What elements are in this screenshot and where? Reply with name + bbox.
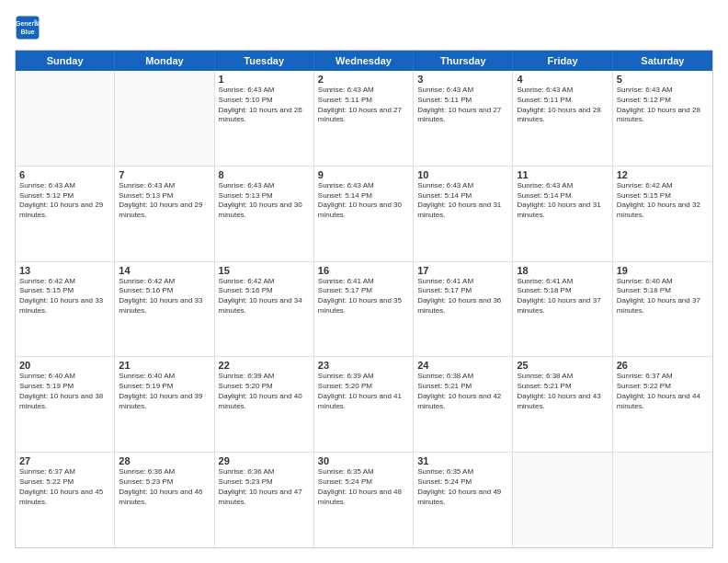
day-cell-22: 22Sunrise: 6:39 AM Sunset: 5:20 PM Dayli… — [215, 357, 314, 452]
day-cell-4: 4Sunrise: 6:43 AM Sunset: 5:11 PM Daylig… — [513, 71, 612, 166]
day-cell-15: 15Sunrise: 6:42 AM Sunset: 5:16 PM Dayli… — [215, 262, 314, 357]
day-info: Sunrise: 6:43 AM Sunset: 5:12 PM Dayligh… — [19, 181, 110, 221]
day-info: Sunrise: 6:37 AM Sunset: 5:22 PM Dayligh… — [19, 467, 110, 507]
day-number: 7 — [119, 169, 210, 180]
header-day-monday: Monday — [115, 51, 214, 71]
day-cell-10: 10Sunrise: 6:43 AM Sunset: 5:14 PM Dayli… — [414, 167, 513, 261]
week-row-4: 27Sunrise: 6:37 AM Sunset: 5:22 PM Dayli… — [16, 453, 712, 547]
day-info: Sunrise: 6:36 AM Sunset: 5:23 PM Dayligh… — [219, 467, 310, 507]
day-number: 9 — [318, 169, 409, 180]
day-cell-1: 1Sunrise: 6:43 AM Sunset: 5:10 PM Daylig… — [215, 71, 314, 166]
day-number: 29 — [219, 455, 310, 466]
day-info: Sunrise: 6:41 AM Sunset: 5:18 PM Dayligh… — [517, 277, 608, 316]
day-number: 25 — [517, 360, 608, 371]
day-cell-3: 3Sunrise: 6:43 AM Sunset: 5:11 PM Daylig… — [414, 71, 513, 166]
day-number: 20 — [19, 360, 110, 371]
day-info: Sunrise: 6:43 AM Sunset: 5:11 PM Dayligh… — [417, 86, 508, 125]
day-number: 17 — [417, 265, 508, 276]
day-cell-31: 31Sunrise: 6:35 AM Sunset: 5:24 PM Dayli… — [414, 453, 513, 547]
day-info: Sunrise: 6:39 AM Sunset: 5:20 PM Dayligh… — [219, 372, 310, 411]
day-number: 8 — [219, 169, 310, 180]
day-info: Sunrise: 6:43 AM Sunset: 5:14 PM Dayligh… — [517, 181, 608, 221]
day-number: 1 — [219, 74, 310, 85]
day-number: 11 — [517, 169, 608, 180]
day-info: Sunrise: 6:43 AM Sunset: 5:13 PM Dayligh… — [219, 181, 310, 221]
day-number: 30 — [318, 455, 409, 466]
day-number: 12 — [617, 169, 709, 180]
day-info: Sunrise: 6:43 AM Sunset: 5:14 PM Dayligh… — [318, 181, 409, 221]
day-cell-2: 2Sunrise: 6:43 AM Sunset: 5:11 PM Daylig… — [314, 71, 414, 166]
day-cell-9: 9Sunrise: 6:43 AM Sunset: 5:14 PM Daylig… — [314, 167, 414, 261]
day-info: Sunrise: 6:42 AM Sunset: 5:16 PM Dayligh… — [219, 277, 310, 316]
day-number: 28 — [119, 455, 210, 466]
day-number: 26 — [617, 360, 709, 371]
day-info: Sunrise: 6:43 AM Sunset: 5:12 PM Dayligh… — [617, 86, 709, 125]
day-number: 13 — [19, 265, 110, 276]
day-number: 14 — [119, 265, 210, 276]
header-day-sunday: Sunday — [16, 51, 115, 71]
day-number: 21 — [119, 360, 210, 371]
day-info: Sunrise: 6:39 AM Sunset: 5:20 PM Dayligh… — [318, 372, 409, 411]
day-cell-21: 21Sunrise: 6:40 AM Sunset: 5:19 PM Dayli… — [115, 357, 214, 452]
week-row-1: 6Sunrise: 6:43 AM Sunset: 5:12 PM Daylig… — [16, 167, 712, 262]
day-number: 2 — [318, 74, 409, 85]
day-info: Sunrise: 6:40 AM Sunset: 5:19 PM Dayligh… — [119, 372, 210, 411]
day-number: 10 — [417, 169, 508, 180]
week-row-2: 13Sunrise: 6:42 AM Sunset: 5:15 PM Dayli… — [16, 262, 712, 358]
day-cell-25: 25Sunrise: 6:38 AM Sunset: 5:21 PM Dayli… — [513, 357, 612, 452]
day-cell-8: 8Sunrise: 6:43 AM Sunset: 5:13 PM Daylig… — [215, 167, 314, 261]
day-number: 19 — [617, 265, 709, 276]
day-cell-20: 20Sunrise: 6:40 AM Sunset: 5:19 PM Dayli… — [16, 357, 115, 452]
empty-cell — [115, 71, 214, 166]
day-info: Sunrise: 6:43 AM Sunset: 5:11 PM Dayligh… — [318, 86, 409, 125]
empty-cell — [613, 453, 712, 547]
day-cell-29: 29Sunrise: 6:36 AM Sunset: 5:23 PM Dayli… — [215, 453, 314, 547]
day-cell-7: 7Sunrise: 6:43 AM Sunset: 5:13 PM Daylig… — [115, 167, 214, 261]
header-day-tuesday: Tuesday — [215, 51, 314, 71]
day-cell-12: 12Sunrise: 6:42 AM Sunset: 5:15 PM Dayli… — [613, 167, 712, 261]
week-row-3: 20Sunrise: 6:40 AM Sunset: 5:19 PM Dayli… — [16, 357, 712, 453]
day-info: Sunrise: 6:38 AM Sunset: 5:21 PM Dayligh… — [517, 372, 608, 411]
day-cell-19: 19Sunrise: 6:40 AM Sunset: 5:18 PM Dayli… — [613, 262, 712, 357]
day-number: 16 — [318, 265, 409, 276]
calendar-header: SundayMondayTuesdayWednesdayThursdayFrid… — [16, 51, 712, 71]
day-info: Sunrise: 6:43 AM Sunset: 5:11 PM Dayligh… — [517, 86, 608, 125]
header-day-thursday: Thursday — [414, 51, 513, 71]
day-cell-17: 17Sunrise: 6:41 AM Sunset: 5:17 PM Dayli… — [414, 262, 513, 357]
day-info: Sunrise: 6:35 AM Sunset: 5:24 PM Dayligh… — [417, 467, 508, 507]
day-number: 4 — [517, 74, 608, 85]
day-cell-16: 16Sunrise: 6:41 AM Sunset: 5:17 PM Dayli… — [314, 262, 414, 357]
logo-icon: General Blue — [15, 15, 40, 40]
day-cell-23: 23Sunrise: 6:39 AM Sunset: 5:20 PM Dayli… — [314, 357, 414, 452]
day-info: Sunrise: 6:37 AM Sunset: 5:22 PM Dayligh… — [617, 372, 709, 411]
header-day-friday: Friday — [513, 51, 612, 71]
day-number: 5 — [617, 74, 709, 85]
svg-text:Blue: Blue — [20, 29, 34, 35]
day-number: 22 — [219, 360, 310, 371]
day-info: Sunrise: 6:42 AM Sunset: 5:15 PM Dayligh… — [19, 277, 110, 316]
header: General Blue — [15, 15, 713, 40]
day-info: Sunrise: 6:41 AM Sunset: 5:17 PM Dayligh… — [318, 277, 409, 316]
day-number: 6 — [19, 169, 110, 180]
week-row-0: 1Sunrise: 6:43 AM Sunset: 5:10 PM Daylig… — [16, 71, 712, 167]
day-number: 15 — [219, 265, 310, 276]
day-cell-5: 5Sunrise: 6:43 AM Sunset: 5:12 PM Daylig… — [613, 71, 712, 166]
logo: General Blue — [15, 15, 44, 40]
calendar-body: 1Sunrise: 6:43 AM Sunset: 5:10 PM Daylig… — [16, 71, 712, 547]
empty-cell — [16, 71, 115, 166]
day-cell-28: 28Sunrise: 6:36 AM Sunset: 5:23 PM Dayli… — [115, 453, 214, 547]
day-info: Sunrise: 6:42 AM Sunset: 5:15 PM Dayligh… — [617, 181, 709, 221]
day-info: Sunrise: 6:43 AM Sunset: 5:14 PM Dayligh… — [417, 181, 508, 221]
day-info: Sunrise: 6:41 AM Sunset: 5:17 PM Dayligh… — [417, 277, 508, 316]
day-info: Sunrise: 6:35 AM Sunset: 5:24 PM Dayligh… — [318, 467, 409, 507]
header-day-saturday: Saturday — [613, 51, 712, 71]
day-cell-30: 30Sunrise: 6:35 AM Sunset: 5:24 PM Dayli… — [314, 453, 414, 547]
day-cell-18: 18Sunrise: 6:41 AM Sunset: 5:18 PM Dayli… — [513, 262, 612, 357]
calendar-page: General Blue SundayMondayTuesdayWednesda… — [0, 0, 728, 563]
day-number: 31 — [417, 455, 508, 466]
day-info: Sunrise: 6:36 AM Sunset: 5:23 PM Dayligh… — [119, 467, 210, 507]
day-cell-6: 6Sunrise: 6:43 AM Sunset: 5:12 PM Daylig… — [16, 167, 115, 261]
day-info: Sunrise: 6:40 AM Sunset: 5:18 PM Dayligh… — [617, 277, 709, 316]
calendar: SundayMondayTuesdayWednesdayThursdayFrid… — [15, 50, 713, 548]
day-info: Sunrise: 6:43 AM Sunset: 5:13 PM Dayligh… — [119, 181, 210, 221]
